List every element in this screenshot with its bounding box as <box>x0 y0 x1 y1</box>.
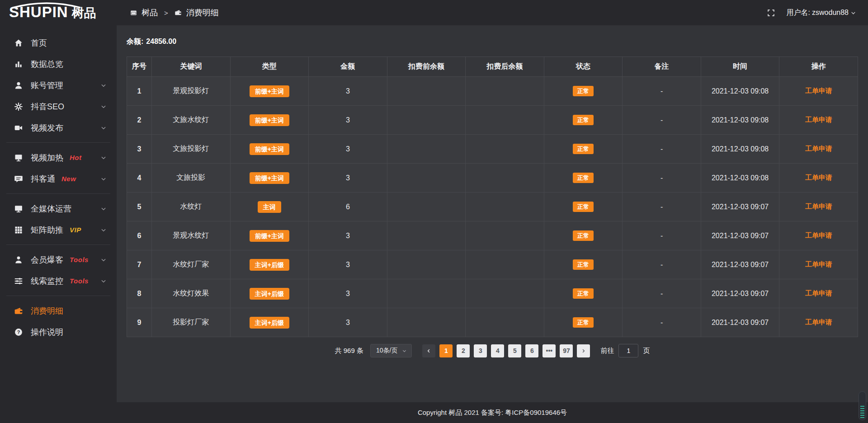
cell-balance-after <box>466 77 544 106</box>
sidebar-item-sliders[interactable]: 线索监控Tools <box>0 270 117 291</box>
topbar: 树品 > 消费明细 用户名: zswodun88 <box>117 0 868 25</box>
type-badge: 主词+后缀 <box>250 259 289 271</box>
next-page-button[interactable] <box>577 344 590 357</box>
cell-index: 2 <box>127 106 152 135</box>
sidebar-item-screen[interactable]: 视频加热Hot <box>0 147 117 168</box>
column-header: 扣费前余额 <box>387 57 466 77</box>
cell-action: 工单申请 <box>779 308 858 337</box>
cell-action: 工单申请 <box>779 164 858 193</box>
cell-time: 2021-12-03 09:08 <box>701 164 779 193</box>
cell-balance-before <box>387 193 466 221</box>
sidebar-item-label: 抖音SEO <box>31 101 64 112</box>
column-header: 状态 <box>544 57 623 77</box>
cell-remark: - <box>623 164 701 193</box>
cell-balance-before <box>387 77 466 106</box>
sidebar-item-chat[interactable]: 抖客通New <box>0 168 117 189</box>
sidebar-item-tag: Tools <box>70 256 89 263</box>
page-button-6[interactable]: 6 <box>525 344 538 357</box>
type-badge: 主词 <box>258 201 281 213</box>
page-button-1[interactable]: 1 <box>439 344 453 357</box>
breadcrumb-separator: > <box>162 9 170 17</box>
cell-remark: - <box>623 193 701 221</box>
cell-remark: - <box>623 77 701 106</box>
page-button-4[interactable]: 4 <box>491 344 504 357</box>
goto-label: 前往 <box>600 347 614 355</box>
cell-balance-before <box>387 221 466 250</box>
column-header: 备注 <box>623 57 701 77</box>
cell-balance-after <box>466 106 544 135</box>
sidebar-item-label: 数据总览 <box>31 59 63 70</box>
cell-status: 正常 <box>544 135 623 164</box>
sidebar-item-tag: New <box>61 175 76 183</box>
cell-status: 正常 <box>544 279 623 308</box>
cell-amount: 3 <box>309 106 387 135</box>
sidebar-item-tag: Hot <box>70 154 82 161</box>
sidebar-item-person[interactable]: 会员爆客Tools <box>0 249 117 270</box>
cell-time: 2021-12-03 09:07 <box>701 279 779 308</box>
work-order-link[interactable]: 工单申请 <box>805 202 832 210</box>
cell-remark: - <box>623 250 701 279</box>
cell-action: 工单申请 <box>779 250 858 279</box>
cell-keyword: 景观投影灯 <box>152 77 231 106</box>
status-badge: 正常 <box>573 86 594 96</box>
logo: SHUPIN 树品 <box>0 0 117 26</box>
fullscreen-icon[interactable] <box>767 9 775 17</box>
page-button-97[interactable]: 97 <box>560 344 573 357</box>
user-menu[interactable]: 用户名: zswodun88 <box>787 8 856 18</box>
main-content: 余额:24856.00 序号关键词类型金额扣费前余额扣费后余额状态备注时间操作 … <box>117 25 868 423</box>
work-order-link[interactable]: 工单申请 <box>805 260 832 268</box>
sidebar-item-label: 全媒体运营 <box>31 203 71 214</box>
sidebar-item-home[interactable]: 首页 <box>0 32 117 53</box>
prev-page-button[interactable] <box>422 344 435 357</box>
sidebar-menu: 首页数据总览账号管理抖音SEO视频发布视频加热Hot抖客通New全媒体运营矩阵助… <box>0 26 117 423</box>
sidebar-item-user[interactable]: 账号管理 <box>0 75 117 96</box>
column-header: 类型 <box>230 57 309 77</box>
goto-suffix: 页 <box>643 347 650 355</box>
work-order-link[interactable]: 工单申请 <box>805 145 832 152</box>
cell-time: 2021-12-03 09:08 <box>701 135 779 164</box>
sidebar-item-chart[interactable]: 数据总览 <box>0 53 117 75</box>
cell-keyword: 文旅水纹灯 <box>152 106 231 135</box>
screen-icon <box>14 153 24 163</box>
svg-text:?: ? <box>17 329 20 334</box>
cell-balance-after <box>466 308 544 337</box>
breadcrumb-home[interactable]: 树品 <box>142 7 158 18</box>
page-button-2[interactable]: 2 <box>457 344 470 357</box>
page-size-select[interactable]: 10条/页 <box>370 344 412 357</box>
cell-remark: - <box>623 106 701 135</box>
sidebar-item-gear[interactable]: 抖音SEO <box>0 96 117 117</box>
cell-type: 主词 <box>230 193 309 221</box>
cell-index: 7 <box>127 250 152 279</box>
cell-type: 前缀+主词 <box>230 135 309 164</box>
username-label: 用户名: <box>787 8 810 18</box>
goto-page-input[interactable] <box>618 344 638 357</box>
work-order-link[interactable]: 工单申请 <box>805 116 832 123</box>
cell-type: 前缀+主词 <box>230 164 309 193</box>
status-badge: 正常 <box>573 288 594 299</box>
sidebar-item-camera[interactable]: 视频发布 <box>0 117 117 138</box>
cell-balance-before <box>387 308 466 337</box>
sidebar-item-help[interactable]: ?操作说明 <box>0 321 117 343</box>
work-order-link[interactable]: 工单申请 <box>805 174 832 181</box>
work-order-link[interactable]: 工单申请 <box>805 318 832 326</box>
cell-index: 9 <box>127 308 152 337</box>
work-order-link[interactable]: 工单申请 <box>805 87 832 94</box>
balance-value: 24856.00 <box>146 38 176 45</box>
more-pages-button[interactable]: ••• <box>542 344 556 357</box>
work-order-link[interactable]: 工单申请 <box>805 289 832 297</box>
page-button-3[interactable]: 3 <box>474 344 487 357</box>
page-button-5[interactable]: 5 <box>508 344 521 357</box>
work-order-link[interactable]: 工单申请 <box>805 231 832 239</box>
sidebar: SHUPIN 树品 首页数据总览账号管理抖音SEO视频发布视频加热Hot抖客通N… <box>0 0 117 423</box>
logo-arc-icon <box>11 3 82 8</box>
scrollbar-widget[interactable] <box>859 391 866 420</box>
cell-remark: - <box>623 279 701 308</box>
person-icon <box>14 255 24 265</box>
cell-balance-after <box>466 135 544 164</box>
sidebar-item-wallet[interactable]: 消费明细 <box>0 300 117 321</box>
sidebar-item-grid[interactable]: 矩阵助推VIP <box>0 219 117 240</box>
chart-icon <box>14 59 24 69</box>
sidebar-item-label: 消费明细 <box>31 306 63 316</box>
cell-status: 正常 <box>544 250 623 279</box>
sidebar-item-monitor[interactable]: 全媒体运营 <box>0 198 117 219</box>
